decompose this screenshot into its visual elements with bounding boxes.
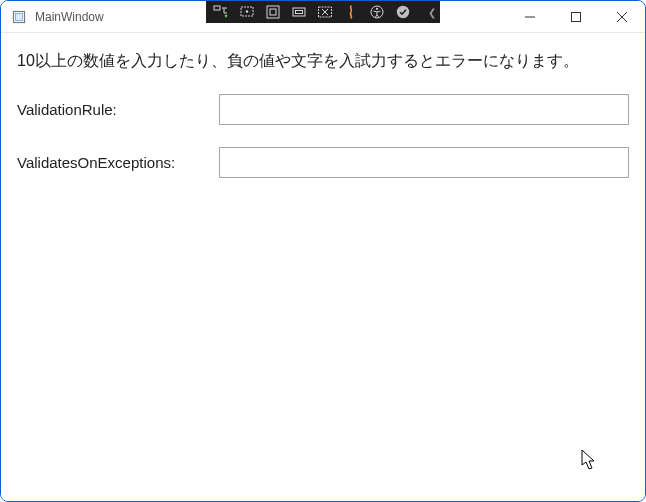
live-visual-tree-icon[interactable] [210, 2, 232, 22]
status-ok-icon[interactable] [392, 2, 414, 22]
maximize-button[interactable] [553, 1, 599, 32]
minimize-button[interactable] [507, 1, 553, 32]
validation-rule-input[interactable] [219, 94, 629, 125]
app-window: MainWindow [0, 0, 646, 502]
svg-rect-2 [214, 6, 220, 10]
svg-rect-6 [270, 9, 276, 15]
track-focused-icon[interactable] [288, 2, 310, 22]
svg-rect-1 [16, 13, 23, 20]
svg-point-4 [246, 10, 248, 12]
svg-rect-8 [296, 11, 303, 14]
titlebar[interactable]: MainWindow [1, 1, 645, 33]
svg-rect-7 [293, 8, 305, 16]
accessibility-icon[interactable] [366, 2, 388, 22]
svg-rect-5 [267, 6, 279, 18]
vs-debug-toolbar[interactable]: ❮ [206, 1, 440, 23]
select-element-icon[interactable] [236, 2, 258, 22]
validates-on-exceptions-label: ValidatesOnExceptions: [17, 154, 219, 171]
description-text: 10以上の数値を入力したり、負の値や文字を入試力するとエラーになります。 [17, 51, 629, 72]
window-controls [507, 1, 645, 32]
client-area: 10以上の数値を入力したり、負の値や文字を入試力するとエラーになります。 Val… [1, 33, 645, 501]
svg-rect-14 [572, 12, 581, 21]
binding-failures-icon[interactable] [314, 2, 336, 22]
hot-reload-icon[interactable] [340, 2, 362, 22]
app-icon [11, 9, 27, 25]
validates-on-exceptions-input[interactable] [219, 147, 629, 178]
window-title: MainWindow [35, 10, 104, 24]
chevron-left-icon[interactable]: ❮ [428, 7, 436, 18]
validation-rule-label: ValidationRule: [17, 101, 219, 118]
mouse-cursor-icon [581, 449, 597, 471]
field-row-validation-rule: ValidationRule: [17, 94, 629, 125]
svg-point-11 [376, 8, 378, 10]
close-button[interactable] [599, 1, 645, 32]
field-row-validates-on-exceptions: ValidatesOnExceptions: [17, 147, 629, 178]
display-layout-icon[interactable] [262, 2, 284, 22]
